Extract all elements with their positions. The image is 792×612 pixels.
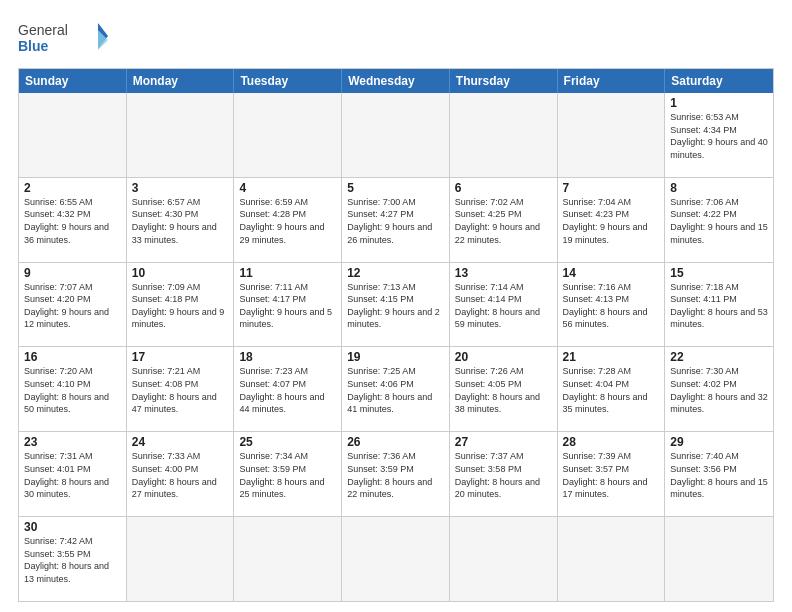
calendar-cell: 6Sunrise: 7:02 AMSunset: 4:25 PMDaylight… [450, 178, 558, 262]
calendar-cell: 7Sunrise: 7:04 AMSunset: 4:23 PMDaylight… [558, 178, 666, 262]
day-info: Sunrise: 7:14 AMSunset: 4:14 PMDaylight:… [455, 281, 552, 331]
day-number: 29 [670, 435, 768, 449]
calendar-row-1: 1Sunrise: 6:53 AMSunset: 4:34 PMDaylight… [19, 93, 773, 177]
day-number: 17 [132, 350, 229, 364]
day-info: Sunrise: 7:06 AMSunset: 4:22 PMDaylight:… [670, 196, 768, 246]
day-number: 4 [239, 181, 336, 195]
header: General Blue [18, 18, 774, 58]
calendar-cell: 26Sunrise: 7:36 AMSunset: 3:59 PMDayligh… [342, 432, 450, 516]
day-info: Sunrise: 7:37 AMSunset: 3:58 PMDaylight:… [455, 450, 552, 500]
day-number: 11 [239, 266, 336, 280]
calendar-row-3: 9Sunrise: 7:07 AMSunset: 4:20 PMDaylight… [19, 262, 773, 347]
day-header-friday: Friday [558, 69, 666, 93]
calendar-cell: 11Sunrise: 7:11 AMSunset: 4:17 PMDayligh… [234, 263, 342, 347]
calendar-cell [450, 517, 558, 601]
day-info: Sunrise: 6:53 AMSunset: 4:34 PMDaylight:… [670, 111, 768, 161]
day-number: 1 [670, 96, 768, 110]
day-number: 23 [24, 435, 121, 449]
day-number: 2 [24, 181, 121, 195]
calendar-page: General Blue SundayMondayTuesdayWednesda… [0, 0, 792, 612]
calendar-cell: 2Sunrise: 6:55 AMSunset: 4:32 PMDaylight… [19, 178, 127, 262]
calendar-cell: 4Sunrise: 6:59 AMSunset: 4:28 PMDaylight… [234, 178, 342, 262]
day-info: Sunrise: 7:26 AMSunset: 4:05 PMDaylight:… [455, 365, 552, 415]
calendar-cell: 21Sunrise: 7:28 AMSunset: 4:04 PMDayligh… [558, 347, 666, 431]
day-number: 3 [132, 181, 229, 195]
logo-svg: General Blue [18, 18, 108, 58]
day-info: Sunrise: 7:21 AMSunset: 4:08 PMDaylight:… [132, 365, 229, 415]
day-info: Sunrise: 6:59 AMSunset: 4:28 PMDaylight:… [239, 196, 336, 246]
day-number: 30 [24, 520, 121, 534]
day-number: 20 [455, 350, 552, 364]
calendar-cell: 14Sunrise: 7:16 AMSunset: 4:13 PMDayligh… [558, 263, 666, 347]
day-number: 9 [24, 266, 121, 280]
calendar-cell [19, 93, 127, 177]
day-info: Sunrise: 7:39 AMSunset: 3:57 PMDaylight:… [563, 450, 660, 500]
day-info: Sunrise: 7:04 AMSunset: 4:23 PMDaylight:… [563, 196, 660, 246]
day-header-sunday: Sunday [19, 69, 127, 93]
day-info: Sunrise: 7:09 AMSunset: 4:18 PMDaylight:… [132, 281, 229, 331]
calendar-row-2: 2Sunrise: 6:55 AMSunset: 4:32 PMDaylight… [19, 177, 773, 262]
day-header-wednesday: Wednesday [342, 69, 450, 93]
calendar-cell: 20Sunrise: 7:26 AMSunset: 4:05 PMDayligh… [450, 347, 558, 431]
logo: General Blue [18, 18, 108, 58]
day-info: Sunrise: 7:36 AMSunset: 3:59 PMDaylight:… [347, 450, 444, 500]
day-info: Sunrise: 7:20 AMSunset: 4:10 PMDaylight:… [24, 365, 121, 415]
day-number: 27 [455, 435, 552, 449]
calendar-cell [558, 517, 666, 601]
day-info: Sunrise: 7:34 AMSunset: 3:59 PMDaylight:… [239, 450, 336, 500]
day-header-saturday: Saturday [665, 69, 773, 93]
calendar-cell: 27Sunrise: 7:37 AMSunset: 3:58 PMDayligh… [450, 432, 558, 516]
calendar-cell [234, 93, 342, 177]
calendar-row-4: 16Sunrise: 7:20 AMSunset: 4:10 PMDayligh… [19, 346, 773, 431]
calendar-cell: 8Sunrise: 7:06 AMSunset: 4:22 PMDaylight… [665, 178, 773, 262]
day-number: 16 [24, 350, 121, 364]
day-info: Sunrise: 7:00 AMSunset: 4:27 PMDaylight:… [347, 196, 444, 246]
day-number: 22 [670, 350, 768, 364]
calendar-cell: 19Sunrise: 7:25 AMSunset: 4:06 PMDayligh… [342, 347, 450, 431]
calendar-cell [665, 517, 773, 601]
day-header-thursday: Thursday [450, 69, 558, 93]
day-number: 7 [563, 181, 660, 195]
calendar-cell: 10Sunrise: 7:09 AMSunset: 4:18 PMDayligh… [127, 263, 235, 347]
calendar-cell [127, 517, 235, 601]
calendar-cell: 29Sunrise: 7:40 AMSunset: 3:56 PMDayligh… [665, 432, 773, 516]
calendar-cell: 13Sunrise: 7:14 AMSunset: 4:14 PMDayligh… [450, 263, 558, 347]
day-number: 28 [563, 435, 660, 449]
day-header-monday: Monday [127, 69, 235, 93]
svg-text:General: General [18, 22, 68, 38]
calendar-cell: 9Sunrise: 7:07 AMSunset: 4:20 PMDaylight… [19, 263, 127, 347]
day-number: 8 [670, 181, 768, 195]
calendar-cell: 22Sunrise: 7:30 AMSunset: 4:02 PMDayligh… [665, 347, 773, 431]
day-info: Sunrise: 7:13 AMSunset: 4:15 PMDaylight:… [347, 281, 444, 331]
calendar-cell [342, 517, 450, 601]
calendar-cell: 23Sunrise: 7:31 AMSunset: 4:01 PMDayligh… [19, 432, 127, 516]
calendar-cell: 12Sunrise: 7:13 AMSunset: 4:15 PMDayligh… [342, 263, 450, 347]
day-info: Sunrise: 7:18 AMSunset: 4:11 PMDaylight:… [670, 281, 768, 331]
calendar-body: 1Sunrise: 6:53 AMSunset: 4:34 PMDaylight… [19, 93, 773, 601]
day-info: Sunrise: 7:30 AMSunset: 4:02 PMDaylight:… [670, 365, 768, 415]
day-info: Sunrise: 7:25 AMSunset: 4:06 PMDaylight:… [347, 365, 444, 415]
calendar-row-6: 30Sunrise: 7:42 AMSunset: 3:55 PMDayligh… [19, 516, 773, 601]
day-info: Sunrise: 7:16 AMSunset: 4:13 PMDaylight:… [563, 281, 660, 331]
day-info: Sunrise: 7:31 AMSunset: 4:01 PMDaylight:… [24, 450, 121, 500]
svg-text:Blue: Blue [18, 38, 49, 54]
day-number: 25 [239, 435, 336, 449]
day-info: Sunrise: 7:07 AMSunset: 4:20 PMDaylight:… [24, 281, 121, 331]
calendar-cell: 3Sunrise: 6:57 AMSunset: 4:30 PMDaylight… [127, 178, 235, 262]
calendar-cell: 17Sunrise: 7:21 AMSunset: 4:08 PMDayligh… [127, 347, 235, 431]
day-number: 21 [563, 350, 660, 364]
calendar: SundayMondayTuesdayWednesdayThursdayFrid… [18, 68, 774, 602]
calendar-cell: 25Sunrise: 7:34 AMSunset: 3:59 PMDayligh… [234, 432, 342, 516]
calendar-cell [450, 93, 558, 177]
day-number: 5 [347, 181, 444, 195]
day-number: 15 [670, 266, 768, 280]
day-info: Sunrise: 7:23 AMSunset: 4:07 PMDaylight:… [239, 365, 336, 415]
day-number: 10 [132, 266, 229, 280]
day-info: Sunrise: 7:42 AMSunset: 3:55 PMDaylight:… [24, 535, 121, 585]
calendar-cell: 1Sunrise: 6:53 AMSunset: 4:34 PMDaylight… [665, 93, 773, 177]
day-number: 13 [455, 266, 552, 280]
day-number: 18 [239, 350, 336, 364]
day-info: Sunrise: 7:33 AMSunset: 4:00 PMDaylight:… [132, 450, 229, 500]
calendar-cell: 15Sunrise: 7:18 AMSunset: 4:11 PMDayligh… [665, 263, 773, 347]
day-number: 6 [455, 181, 552, 195]
